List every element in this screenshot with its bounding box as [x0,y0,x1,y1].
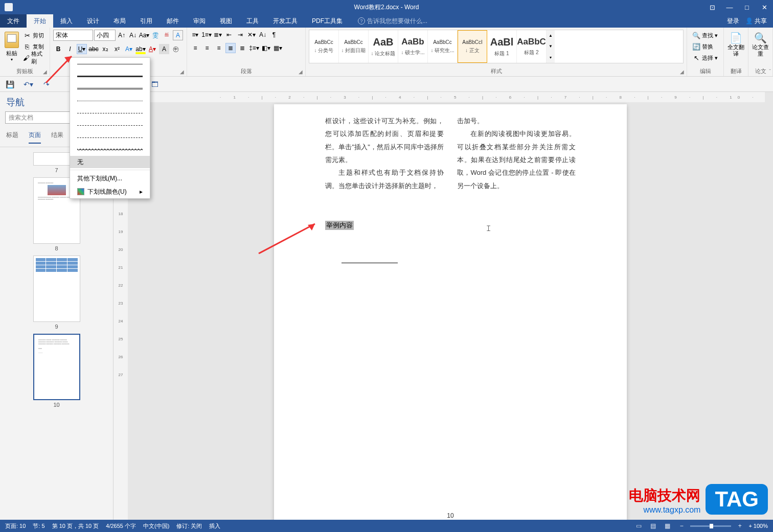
clipboard-launcher[interactable]: ◢ [42,68,48,75]
underline-style-dotdash[interactable] [70,119,150,131]
style-item[interactable]: AaBbC标题 2 [517,30,547,63]
borders-button[interactable]: ▦▾ [272,43,283,53]
asian-layout-button[interactable]: ✕▾ [246,30,257,40]
maximize-button[interactable]: □ [738,1,756,13]
superscript-button[interactable]: x² [112,44,122,54]
nav-tab-headings[interactable]: 标题 [6,131,18,144]
styles-launcher[interactable]: ◢ [679,68,685,75]
align-left-button[interactable]: ≡ [190,43,200,53]
plagiarism-button[interactable]: 🔍 论文查重 [752,30,769,57]
body-text[interactable]: 主题和样式也有助于文档保持协调。当您单击设计并选择新的主题时， [325,166,444,192]
grow-font-button[interactable]: A↑ [117,30,127,40]
underline-style-thick[interactable] [70,70,150,82]
ribbon-display-icon[interactable]: ⊡ [703,1,721,13]
share-button[interactable]: 👤 共享 [745,17,767,26]
style-item[interactable]: AaB↓ 论文标题 [369,30,398,63]
thumb-9[interactable]: 9 [33,256,80,330]
font-name-combo[interactable] [53,30,93,41]
nav-tab-pages[interactable]: 页面 [29,131,41,144]
page[interactable]: 框设计，这些设计可互为补充。例如，您可以添加匹配的封面、页眉和提要栏。单击"插入… [274,104,627,532]
status-page-of[interactable]: 第 10 页，共 10 页 [52,522,99,530]
tab-mailings[interactable]: 邮件 [160,14,186,28]
multilevel-button[interactable]: ≣▾ [213,30,223,40]
tell-me-search[interactable]: ? 告诉我您想要做什么... [358,14,427,28]
underline-color[interactable]: 下划线颜色(U)▸ [70,185,150,198]
align-right-button[interactable]: ≡ [214,43,224,53]
tab-review[interactable]: 审阅 [186,14,213,28]
redo-button[interactable]: ↷ [41,79,52,90]
status-section[interactable]: 节: 5 [33,522,44,530]
tab-home[interactable]: 开始 [27,14,53,28]
zoom-level[interactable]: + 100% [748,523,768,529]
paste-button[interactable]: 粘贴 ▾ [3,30,20,63]
tab-design[interactable]: 设计 [80,14,106,28]
thumb-10[interactable]: xxxxxxxxxx xxxxxxx xxxxxxxxxx xxxxxxxxx … [33,334,80,408]
zoom-in-button[interactable]: + [734,521,745,530]
translate-button[interactable]: 📄 全文翻译 [727,30,745,57]
nav-tab-results[interactable]: 结果 [51,131,63,144]
view-web-button[interactable]: ▦ [662,521,673,530]
tab-developer[interactable]: 开发工具 [266,14,305,28]
style-item-normal[interactable]: AaBbCcI↓ 正文 [458,30,487,63]
selected-text[interactable]: 举例内容 [325,221,354,230]
qat-more-2[interactable]: 🗔 [149,79,161,90]
cut-button[interactable]: ✂剪切 [21,30,47,41]
zoom-out-button[interactable]: − [676,521,687,530]
tab-pdf[interactable]: PDF工具集 [305,14,350,28]
zoom-slider[interactable] [690,525,731,527]
align-center-button[interactable]: ≡ [202,43,212,53]
bold-button[interactable]: B [53,44,63,54]
status-page[interactable]: 页面: 10 [5,522,26,530]
char-border-button[interactable]: A [173,30,183,40]
collapse-ribbon-button[interactable]: ˇ [769,68,771,75]
close-button[interactable]: ✕ [756,1,773,13]
underline-style-dashed[interactable] [70,107,150,119]
minimize-button[interactable]: — [721,1,738,13]
view-read-button[interactable]: ▭ [633,521,644,530]
underline-style-wave[interactable] [70,144,150,156]
change-case-button[interactable]: Aa▾ [139,30,149,40]
justify-button[interactable]: ≣ [225,43,236,53]
paragraph-launcher[interactable]: ◢ [298,68,304,75]
underline-more[interactable]: 其他下划线(M)... [70,172,150,185]
bullets-button[interactable]: ≡▾ [190,30,200,40]
underline-style-single[interactable] [70,58,150,70]
char-shading-button[interactable]: A [159,44,169,54]
decrease-indent-button[interactable]: ⇤ [224,30,234,40]
underline-style-dotdotdash[interactable] [70,131,150,144]
styles-gallery[interactable]: AaBbCc↓ 分类号 AaBbCc↓ 封面日期 AaB↓ 论文标题 AaBb↓… [309,30,684,63]
text-effects-button[interactable]: A▾ [124,44,134,54]
underline-none[interactable]: 无 [70,156,150,168]
save-button[interactable]: 💾 [4,79,15,90]
line-spacing-button[interactable]: ‡≡▾ [249,43,259,53]
tab-insert[interactable]: 插入 [53,14,80,28]
increase-indent-button[interactable]: ⇥ [235,30,245,40]
shrink-font-button[interactable]: A↓ [128,30,138,40]
view-print-button[interactable]: ▤ [647,521,658,530]
body-text[interactable]: 框设计，这些设计可互为补充。例如，您可以添加匹配的封面、页眉和提要栏。单击"插入… [325,114,444,166]
strike-button[interactable]: abc [88,44,99,54]
styles-more-button[interactable]: ▲▼▾ [547,30,555,63]
status-word-count[interactable]: 4/2655 个字 [106,522,136,530]
tab-view[interactable]: 视图 [213,14,239,28]
tab-tools[interactable]: 工具 [239,14,266,28]
replace-button[interactable]: 🔄替换 [690,41,720,52]
body-text[interactable]: 在新的阅读视图中阅读更加容易。可以折叠文档某些部分并关注所需文本。如果在达到结尾… [457,127,576,192]
document-scroll[interactable]: 框设计，这些设计可互为补充。例如，您可以添加匹配的封面、页眉和提要栏。单击"插入… [128,92,773,532]
italic-button[interactable]: I [65,44,75,54]
style-item[interactable]: AaBl标题 1 [487,30,517,63]
font-size-combo[interactable] [94,30,116,41]
font-color-button[interactable]: A▾ [147,44,157,54]
tab-file[interactable]: 文件 [0,14,27,28]
status-language[interactable]: 中文(中国) [143,522,169,530]
tab-references[interactable]: 引用 [133,14,160,28]
style-item[interactable]: AaBb↓ 硕士学... [398,30,428,63]
login-link[interactable]: 登录 [727,17,739,26]
status-insert-mode[interactable]: 插入 [209,522,220,530]
clear-format-button[interactable]: ≝ [162,30,172,40]
format-painter-button[interactable]: 🖌格式刷 [21,52,47,63]
numbering-button[interactable]: 1≡▾ [201,30,212,40]
style-item[interactable]: AaBbCc↓ 分类号 [309,30,339,63]
find-button[interactable]: 🔍查找▾ [690,30,720,41]
underline-button[interactable]: U ▾ [77,44,87,54]
